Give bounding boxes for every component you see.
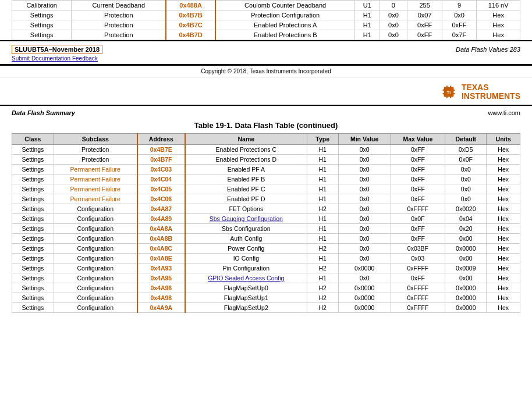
units-cell: Hex (487, 223, 520, 233)
class-cell: Settings (12, 20, 72, 30)
type-cell: H1 (355, 30, 380, 40)
type-cell: H1 (355, 20, 380, 30)
units-cell: Hex (487, 164, 520, 174)
subclass-cell: Configuration (54, 204, 137, 213)
address-cell: 0x4A8C (137, 243, 185, 253)
max-cell: 0xFFFF (391, 204, 445, 213)
min-cell: 0x0 (338, 164, 391, 174)
min-cell: 0x0000 (338, 283, 391, 293)
class-cell: Settings (12, 30, 72, 40)
class-cell: Settings (12, 164, 54, 174)
subclass-cell: Protection (54, 154, 137, 164)
default-cell: 0x00 (445, 253, 487, 263)
address-cell: 0x4C06 (137, 194, 185, 204)
max-cell: 0xFF (391, 154, 445, 164)
default-cell: 0x0000 (445, 293, 487, 302)
min-cell: 0x0 (338, 184, 391, 194)
class-cell: Settings (12, 184, 54, 194)
class-cell: Settings (12, 204, 54, 213)
address-cell: 0x4A87 (137, 204, 185, 213)
ti-name-line2: INSTRUMENTS (462, 92, 520, 101)
address-cell: 0x4A9A (137, 302, 185, 312)
column-header: Address (137, 133, 185, 144)
page-content: Data Flash Summary www.ti.com Table 19-1… (0, 106, 532, 316)
name-cell: FlagMapSetUp0 (185, 283, 307, 293)
submit-documentation-link[interactable]: Submit Documentation Feedback (12, 55, 102, 62)
name-cell: Auth Config (185, 233, 307, 243)
max-cell: 0xFF (391, 273, 445, 283)
table-title: Table 19-1. Data Flash Table (continued) (12, 121, 520, 130)
min-cell: 0x0 (338, 213, 391, 223)
max-cell: 0xFFFF (391, 302, 445, 312)
table-row: Settings Protection 0x4B7F Enabled Prote… (12, 154, 520, 164)
table-row: Settings Configuration 0x4A87 FET Option… (12, 204, 520, 213)
min-cell: 0x0 (338, 174, 391, 184)
default-cell: 0x0 (442, 10, 476, 20)
table-row: Settings Configuration 0x4A9A FlagMapSet… (12, 302, 520, 312)
units-cell: Hex (477, 20, 520, 30)
max-cell: 0xFF (391, 184, 445, 194)
type-cell: H1 (307, 154, 338, 164)
units-cell: Hex (487, 273, 520, 283)
type-cell: H1 (307, 253, 338, 263)
table-row: Settings Permanent Failure 0x4C04 Enable… (12, 174, 520, 184)
class-cell: Calibration (12, 1, 72, 10)
address-cell: 0x4A96 (137, 283, 185, 293)
units-cell: Hex (487, 233, 520, 243)
subclass-cell: Protection (54, 144, 137, 154)
svg-rect-3 (446, 96, 448, 98)
main-table: ClassSubclassAddressNameTypeMin ValueMax… (12, 133, 520, 313)
ti-logo-icon: TI (441, 84, 457, 100)
subclass-cell: Protection (72, 10, 166, 20)
type-cell: H1 (307, 213, 338, 223)
min-cell: 0x0 (338, 253, 391, 263)
max-cell: 0x03 (391, 253, 445, 263)
address-cell: 0x4B7E (137, 144, 185, 154)
class-cell: Settings (12, 213, 54, 223)
subclass-cell: Configuration (54, 253, 137, 263)
name-cell: Enabled PF A (185, 164, 307, 174)
column-header: Class (12, 133, 54, 144)
subclass-cell: Configuration (54, 302, 137, 312)
ti-logo: TI TEXAS INSTRUMENTS (441, 83, 520, 101)
table-row: Settings Permanent Failure 0x4C03 Enable… (12, 164, 520, 174)
class-cell: Settings (12, 253, 54, 263)
type-cell: U1 (355, 1, 380, 10)
subclass-cell: Permanent Failure (54, 164, 137, 174)
type-cell: H2 (307, 204, 338, 213)
address-cell: 0x4C04 (137, 174, 185, 184)
table-row: Settings Permanent Failure 0x4C05 Enable… (12, 184, 520, 194)
default-cell: 9 (442, 1, 476, 10)
address-cell: 0x4B7F (137, 154, 185, 164)
page-info: Data Flash Values 283 (456, 46, 520, 53)
type-cell: H2 (307, 263, 338, 273)
svg-rect-8 (453, 93, 455, 94)
default-cell: 0x0 (445, 194, 487, 204)
min-cell: 0x0 (338, 204, 391, 213)
min-cell: 0x0000 (338, 302, 391, 312)
class-cell: Settings (12, 233, 54, 243)
default-cell: 0x0000 (445, 243, 487, 253)
class-cell: Settings (12, 223, 54, 233)
new-page-header: TI TEXAS INSTRUMENTS (0, 77, 532, 106)
min-cell: 0x0 (338, 194, 391, 204)
address-cell: 0x4C03 (137, 164, 185, 174)
svg-rect-5 (442, 90, 445, 91)
name-cell: Enabled PF C (185, 184, 307, 194)
default-cell: 0xFF (442, 20, 476, 30)
svg-rect-2 (450, 86, 451, 88)
subclass-cell: Configuration (54, 243, 137, 253)
default-cell: 0x0F (445, 154, 487, 164)
class-cell: Settings (12, 283, 54, 293)
name-cell: Enabled PF D (185, 194, 307, 204)
doc-number: SLUUBT5A–November 2018 (12, 45, 102, 54)
units-cell: Hex (487, 184, 520, 194)
name-cell: Pin Configuration (185, 263, 307, 273)
default-cell: 0x7F (442, 30, 476, 40)
subclass-cell: Permanent Failure (54, 194, 137, 204)
max-cell: 0xFF (391, 144, 445, 154)
default-cell: 0x0 (445, 164, 487, 174)
max-cell: 0x0F (391, 213, 445, 223)
svg-rect-7 (453, 90, 455, 91)
top-section: Calibration Current Deadband 0x488A Coul… (0, 0, 532, 41)
